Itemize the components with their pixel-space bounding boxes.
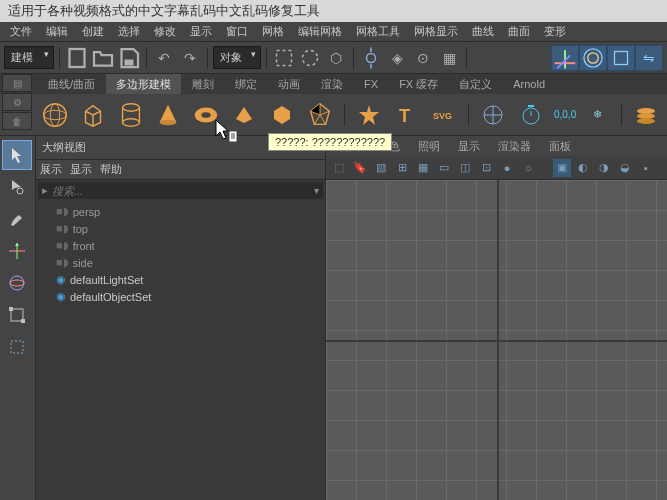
shelf-tab-curves[interactable]: 曲线/曲面 [38,74,105,94]
vp-xray-icon[interactable]: ◐ [574,159,592,177]
select-tool-icon[interactable] [272,46,296,70]
move-tool-axis-icon[interactable] [551,45,579,71]
shelf-tab-custom[interactable]: 自定义 [449,74,502,94]
vp-bookmark-icon[interactable]: 🔖 [351,159,369,177]
vp-tab-show[interactable]: 显示 [450,137,488,156]
scale-tool-axis-icon[interactable] [607,45,635,71]
rotate-tool-axis-icon[interactable] [579,45,607,71]
paint-select-icon[interactable]: ⬡ [324,46,348,70]
snap-point-icon[interactable]: ⊙ [411,46,435,70]
vp-shade-icon[interactable]: ● [498,159,516,177]
undo-icon[interactable]: ↶ [152,46,176,70]
shelf-tab-anim[interactable]: 动画 [268,74,310,94]
outliner-menu-show[interactable]: 显示 [70,162,92,177]
snowflake-icon[interactable]: ❄ [580,98,614,132]
new-scene-icon[interactable] [65,46,89,70]
poly-star-icon[interactable] [352,98,386,132]
shelf-tab-poly[interactable]: 多边形建模 [106,74,181,94]
shelf-trash-icon[interactable]: 🗑 [2,112,32,130]
vp-tab-renderer[interactable]: 渲染器 [490,137,539,156]
shelf-tab-arnold[interactable]: Arnold [503,75,555,93]
shelf-layout-icon[interactable]: ▤ [2,74,32,92]
outliner-item[interactable]: ■◗persp [36,203,325,220]
poly-cone-icon[interactable] [152,98,186,132]
search-toggle-icon[interactable]: ▸ [42,184,48,197]
poly-sphere-icon[interactable] [38,98,72,132]
outliner-menu-display[interactable]: 展示 [40,162,62,177]
vp-2d-icon[interactable]: ⊞ [393,159,411,177]
shelf-tab-rigging[interactable]: 绑定 [225,74,267,94]
menu-create[interactable]: 创建 [76,22,110,41]
snap-plane-icon[interactable]: ▦ [437,46,461,70]
vp-gate-icon[interactable]: ◫ [456,159,474,177]
poly-torus-icon[interactable] [189,98,223,132]
poly-cube-icon[interactable] [76,98,110,132]
last-tool[interactable] [2,332,32,362]
timer-icon[interactable] [514,98,548,132]
outliner-search-input[interactable] [52,185,314,197]
outliner-item[interactable]: ◉defaultLightSet [36,271,325,288]
vp-select-cam-icon[interactable]: ⬚ [330,159,348,177]
viewport-canvas[interactable] [326,180,667,500]
vp-wire-icon[interactable]: ○ [519,159,537,177]
shelf-tab-fxcache[interactable]: FX 缓存 [389,74,448,94]
menu-meshdisplay[interactable]: 网格显示 [408,22,464,41]
search-dropdown-icon[interactable]: ▾ [314,185,319,196]
shelf-gear-icon[interactable]: ⚙ [2,93,32,111]
selection-mode-dropdown[interactable]: 对象 [213,46,261,69]
outliner-item[interactable]: ■◗side [36,254,325,271]
outliner-item[interactable]: ◉defaultObjectSet [36,288,325,305]
paint-tool[interactable] [2,204,32,234]
vp-isolate-icon[interactable]: ▣ [553,159,571,177]
lasso-tool[interactable] [2,172,32,202]
poly-cylinder-icon[interactable] [114,98,148,132]
shelf-tab-sculpt[interactable]: 雕刻 [182,74,224,94]
poly-disc-icon[interactable] [265,98,299,132]
menu-edit[interactable]: 编辑 [40,22,74,41]
construction-plane-icon[interactable] [476,98,510,132]
vp-grid-icon[interactable]: ▦ [414,159,432,177]
menu-deform[interactable]: 变形 [538,22,572,41]
rotate-tool[interactable] [2,268,32,298]
menu-modify[interactable]: 修改 [148,22,182,41]
vp-shadow-icon[interactable]: ◒ [616,159,634,177]
vp-tab-panels[interactable]: 面板 [541,137,579,156]
snap-grid-icon[interactable] [359,46,383,70]
menu-surfaces[interactable]: 曲面 [502,22,536,41]
symmetry-icon[interactable]: ⇋ [635,45,663,71]
menu-mesh[interactable]: 网格 [256,22,290,41]
lasso-tool-icon[interactable] [298,46,322,70]
vp-image-plane-icon[interactable]: ▧ [372,159,390,177]
vp-film-icon[interactable]: ▭ [435,159,453,177]
svg-import-icon[interactable]: SVG [427,98,461,132]
move-tool[interactable] [2,236,32,266]
menu-curves[interactable]: 曲线 [466,22,500,41]
menu-display[interactable]: 显示 [184,22,218,41]
layer-icon[interactable] [629,98,663,132]
vp-tab-lighting[interactable]: 照明 [410,137,448,156]
select-tool[interactable] [2,140,32,170]
vp-res-icon[interactable]: ⊡ [477,159,495,177]
poly-plane-icon[interactable] [227,98,261,132]
menu-select[interactable]: 选择 [112,22,146,41]
poly-platonic-icon[interactable] [303,98,337,132]
scale-tool[interactable] [2,300,32,330]
outliner-item[interactable]: ■◗front [36,237,325,254]
poly-type-icon[interactable]: T [390,98,424,132]
outliner-search[interactable]: ▸ ▾ [38,182,323,199]
outliner-menu-help[interactable]: 帮助 [100,162,122,177]
open-scene-icon[interactable] [91,46,115,70]
save-scene-icon[interactable] [117,46,141,70]
shelf-tab-render[interactable]: 渲染 [311,74,353,94]
vp-ao-icon[interactable]: ▪ [637,159,655,177]
snap-curve-icon[interactable]: ◈ [385,46,409,70]
menu-meshtools[interactable]: 网格工具 [350,22,406,41]
menu-file[interactable]: 文件 [4,22,38,41]
mode-dropdown[interactable]: 建模 [4,46,54,69]
shelf-tab-fx[interactable]: FX [354,75,388,93]
vp-light-icon[interactable]: ◑ [595,159,613,177]
outliner-item[interactable]: ■◗top [36,220,325,237]
redo-icon[interactable]: ↷ [178,46,202,70]
menu-window[interactable]: 窗口 [220,22,254,41]
menu-editmesh[interactable]: 编辑网格 [292,22,348,41]
